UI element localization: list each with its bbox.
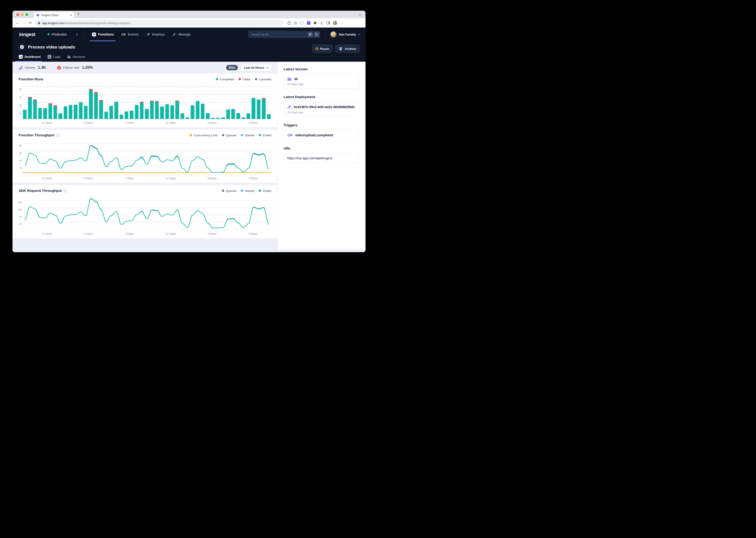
pause-button[interactable]: Pause bbox=[312, 45, 333, 53]
tab-logs[interactable]: Logs bbox=[48, 55, 61, 62]
bar-slot[interactable] bbox=[220, 84, 225, 119]
x-axis-labels: 11:30am3:30pm7:30pm11:30pm3:30am9:00am bbox=[19, 176, 271, 182]
info-icon[interactable]: i bbox=[56, 134, 60, 137]
bar-slot[interactable] bbox=[37, 84, 42, 119]
bar-slot[interactable] bbox=[215, 84, 220, 119]
completed-bar-segment bbox=[48, 104, 52, 119]
bar-slot[interactable] bbox=[251, 84, 256, 119]
bar-slot[interactable] bbox=[256, 84, 261, 119]
bar-slot[interactable] bbox=[93, 84, 99, 119]
bar-slot[interactable] bbox=[165, 84, 170, 119]
bar-slot[interactable] bbox=[83, 84, 88, 119]
archive-button[interactable]: Archive bbox=[335, 45, 359, 53]
minimize-window-button[interactable] bbox=[21, 13, 24, 16]
bar-slot[interactable] bbox=[226, 84, 231, 119]
forward-icon[interactable]: → bbox=[22, 21, 26, 25]
bar-slot[interactable] bbox=[68, 84, 73, 119]
bar-slot[interactable] bbox=[261, 84, 266, 119]
bar-slot[interactable] bbox=[170, 84, 175, 119]
nav-item-functions[interactable]: Functions bbox=[92, 27, 114, 41]
side-panel-icon[interactable] bbox=[326, 22, 330, 25]
latest-version-card[interactable]: 39 14 days ago bbox=[284, 74, 359, 89]
bar-slot[interactable] bbox=[129, 84, 134, 119]
browser-profile-avatar[interactable] bbox=[333, 21, 337, 25]
function-url-value: https://my-app.com/api/inngest bbox=[287, 156, 332, 160]
completed-bar-segment bbox=[74, 105, 77, 119]
info-icon[interactable]: i bbox=[64, 189, 67, 192]
bar-slot[interactable] bbox=[144, 84, 149, 119]
bar-slot[interactable] bbox=[58, 84, 63, 119]
bookmark-star-icon[interactable] bbox=[294, 21, 297, 25]
new-tab-button[interactable]: + bbox=[77, 12, 80, 16]
info-extension-icon[interactable]: i bbox=[300, 21, 304, 25]
volume-stat: Volume 1.3K bbox=[19, 65, 46, 70]
back-icon[interactable]: ← bbox=[16, 21, 19, 25]
bar-slot[interactable] bbox=[266, 84, 271, 119]
bar-slot[interactable] bbox=[200, 84, 205, 119]
maximize-window-button[interactable] bbox=[25, 13, 28, 16]
bar-slot[interactable] bbox=[155, 84, 160, 119]
bar-slot[interactable] bbox=[73, 84, 78, 119]
bar-slot[interactable] bbox=[48, 84, 53, 119]
bar-slot[interactable] bbox=[99, 84, 104, 119]
tab-overview-chevron-icon[interactable] bbox=[359, 13, 361, 17]
bar-slot[interactable] bbox=[185, 84, 190, 119]
user-menu[interactable]: Dan Farrelly bbox=[325, 31, 365, 37]
bar-slot[interactable] bbox=[246, 84, 251, 119]
share-icon[interactable] bbox=[288, 21, 291, 25]
trigger-card[interactable]: video/upload.completed bbox=[284, 130, 359, 140]
browser-menu-icon[interactable]: ⋮ bbox=[340, 21, 344, 25]
tab-close-icon[interactable]: ✕ bbox=[70, 14, 72, 17]
bar-slot[interactable] bbox=[175, 84, 180, 119]
bar-slot[interactable] bbox=[109, 84, 114, 119]
downloads-icon[interactable] bbox=[320, 21, 323, 25]
x-tick-label: 11:30pm bbox=[165, 232, 176, 236]
bar-slot[interactable] bbox=[241, 84, 246, 119]
extensions-puzzle-icon[interactable] bbox=[313, 21, 317, 25]
bar-slot[interactable] bbox=[211, 84, 215, 119]
bar-slot[interactable] bbox=[22, 84, 27, 119]
bar-slot[interactable] bbox=[78, 84, 83, 119]
url-card[interactable]: https://my-app.com/api/inngest bbox=[284, 153, 359, 163]
time-range-dropdown[interactable]: Last 24 Hours bbox=[241, 64, 272, 72]
bar-slot[interactable] bbox=[119, 84, 124, 119]
bar-slot[interactable] bbox=[104, 84, 109, 119]
search-box[interactable]: ⌘ K bbox=[248, 31, 320, 38]
nav-item-events[interactable]: Events bbox=[121, 27, 139, 41]
bar-slot[interactable] bbox=[114, 84, 119, 119]
address-bar[interactable]: app.inngest.com/env/production/functions… bbox=[35, 20, 283, 26]
bar-slot[interactable] bbox=[42, 84, 48, 119]
close-window-button[interactable] bbox=[16, 13, 19, 16]
bar-slot[interactable] bbox=[190, 84, 195, 119]
bar-slot[interactable] bbox=[231, 84, 236, 119]
bar-slot[interactable] bbox=[63, 84, 68, 119]
legend-label: Queued bbox=[226, 189, 236, 192]
bar-slot[interactable] bbox=[88, 84, 93, 119]
bar-slot[interactable] bbox=[236, 84, 241, 119]
legend-dot bbox=[239, 78, 241, 81]
bar-slot[interactable] bbox=[32, 84, 37, 119]
search-input[interactable] bbox=[251, 32, 307, 36]
bar-slot[interactable] bbox=[27, 84, 32, 119]
reload-icon[interactable]: ⟳ bbox=[29, 21, 32, 25]
browser-tab[interactable]: Inngest Cloud ✕ bbox=[34, 12, 74, 18]
latest-deployment-card[interactable]: 5141387e-35c2-4efe-a421-4843b86258dc 14 … bbox=[284, 102, 359, 117]
bar-slot[interactable] bbox=[124, 84, 129, 119]
bar-slot[interactable] bbox=[134, 84, 139, 119]
bar-slot[interactable] bbox=[53, 84, 58, 119]
bar-slot[interactable] bbox=[139, 84, 144, 119]
bar-slot[interactable] bbox=[195, 84, 200, 119]
nav-item-manage[interactable]: Manage bbox=[173, 27, 191, 41]
inngest-logo[interactable]: inngest bbox=[13, 27, 42, 41]
bar-slot[interactable] bbox=[160, 84, 165, 119]
environment-switcher[interactable]: Production bbox=[42, 27, 83, 41]
completed-bar-segment bbox=[196, 101, 200, 119]
chart-legend: CompletedFailedCanceled bbox=[216, 78, 271, 81]
purple-extension-icon[interactable] bbox=[307, 21, 310, 25]
bar-slot[interactable] bbox=[149, 84, 155, 119]
tab-versions[interactable]: Versions bbox=[67, 55, 85, 62]
bar-slot[interactable] bbox=[180, 84, 185, 119]
bar-slot[interactable] bbox=[205, 84, 210, 119]
nav-item-deploys[interactable]: Deploys bbox=[147, 27, 165, 41]
tab-dashboard[interactable]: Dashboard bbox=[19, 55, 41, 62]
